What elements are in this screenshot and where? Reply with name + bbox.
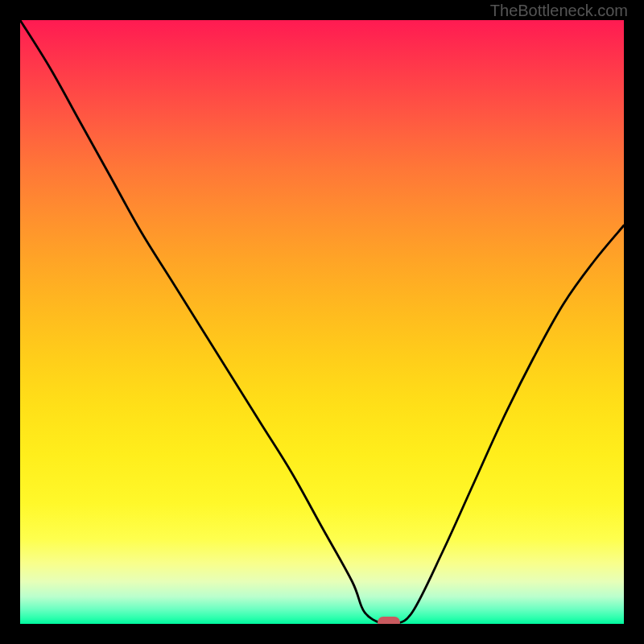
plot-area bbox=[20, 20, 624, 624]
watermark-label: TheBottleneck.com bbox=[490, 2, 628, 20]
optimal-point-marker bbox=[378, 617, 400, 624]
bottleneck-curve bbox=[20, 20, 624, 624]
